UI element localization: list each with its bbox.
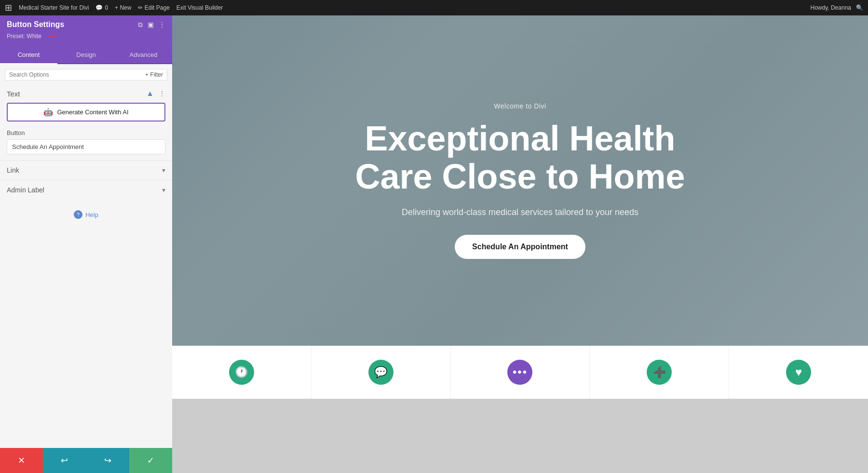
save-icon: ✓ [147,455,154,466]
ai-icon: 🤖 [43,108,53,117]
admin-label-label: Admin Label [7,186,44,194]
admin-search-icon[interactable]: 🔍 [856,4,863,11]
tab-design[interactable]: Design [57,46,115,64]
arrow-indicator: ← [49,30,60,42]
preset-label[interactable]: Preset: White [7,33,41,40]
icon-card-heart: ♥ [729,346,868,399]
admin-label-chevron-icon: ▾ [162,186,165,194]
hero-title-line1: Exceptional Health [365,119,675,158]
undo-button[interactable]: ↩ [43,448,86,473]
save-button[interactable]: ✓ [129,448,172,473]
admin-bar: ⊞ Medical Starter Site for Divi 💬 0 + Ne… [0,0,868,15]
plus-icon-circle: ➕ [647,360,672,385]
hero-welcome-text: Welcome to Divi [355,102,685,110]
tab-content[interactable]: Content [0,46,57,64]
wordpress-icon[interactable]: ⊞ [5,2,12,13]
comments-count: 0 [105,4,108,11]
edit-page-link[interactable]: ✏ Edit Page [138,4,169,11]
chat-icon-circle: 💬 [368,360,393,385]
text-collapse-icon[interactable]: ▲ [146,89,154,98]
link-chevron-icon: ▾ [162,166,165,174]
help-circle-icon: ? [74,210,82,219]
comments-icon: 💬 [95,4,103,11]
layout-icon[interactable]: ▣ [148,21,154,28]
link-section-label: Link [7,166,19,174]
icon-cards-row: 🕐 💬 ••• ➕ [172,346,868,399]
left-panel: Button Settings ⧉ ▣ ⋮ Preset: White ← Co… [0,15,172,473]
link-section[interactable]: Link ▾ [0,160,172,180]
panel-header: Button Settings ⧉ ▣ ⋮ Preset: White ← [0,15,172,46]
hero-subtitle: Delivering world-class medical services … [355,207,685,217]
clock-icon-circle: 🕐 [229,360,254,385]
cancel-icon: ✕ [18,455,25,466]
hero-section: Welcome to Divi Exceptional Health Care … [172,15,868,346]
exit-visual-builder-link[interactable]: Exit Visual Builder [176,4,223,11]
generate-ai-button[interactable]: 🤖 Generate Content With AI [7,103,165,122]
ai-button-label: Generate Content With AI [57,108,128,116]
more-options-icon[interactable]: ⋮ [159,21,165,28]
heart-icon: ♥ [795,365,802,379]
text-more-icon[interactable]: ⋮ [159,90,165,97]
hero-schedule-button[interactable]: Schedule An Appointment [455,235,585,259]
redo-icon: ↪ [104,455,111,466]
tab-advanced[interactable]: Advanced [115,46,172,64]
button-input-section: Button [0,129,172,160]
search-options-input[interactable] [9,71,142,78]
undo-icon: ↩ [61,455,68,466]
chat-icon: 💬 [374,366,387,378]
panel-tabs: Content Design Advanced [0,46,172,64]
heart-icon-circle: ♥ [786,360,811,385]
site-preview: Welcome to Divi Exceptional Health Care … [172,15,868,473]
plus-icon: ➕ [653,366,666,378]
help-section[interactable]: ? Help [0,203,172,226]
comments-link[interactable]: 💬 0 [95,4,108,11]
admin-label-section[interactable]: Admin Label ▾ [0,180,172,200]
more-dots-icon: ••• [513,365,528,379]
icon-card-clock: 🕐 [172,346,312,399]
button-field-label: Button [7,129,165,136]
help-label: Help [85,211,98,218]
filter-button[interactable]: + Filter [145,71,163,78]
site-name[interactable]: Medical Starter Site for Divi [19,4,89,11]
new-item-link[interactable]: + New [115,4,131,11]
search-bar: + Filter [5,69,167,81]
text-section-title: Text [7,90,20,98]
panel-title: Button Settings [7,20,64,29]
cancel-button[interactable]: ✕ [0,448,43,473]
copy-icon[interactable]: ⧉ [138,21,143,29]
icon-card-chat: 💬 [312,346,451,399]
hero-title: Exceptional Health Care Close to Home [355,120,685,196]
hero-title-line2: Care Close to Home [355,157,685,196]
icon-card-more: ••• [451,346,590,399]
redo-button[interactable]: ↪ [86,448,129,473]
button-text-input[interactable] [7,139,165,154]
clock-icon: 🕐 [235,366,248,378]
bottom-bar: ✕ ↩ ↪ ✓ [0,448,172,473]
more-icon-circle: ••• [507,360,532,385]
hero-content: Welcome to Divi Exceptional Health Care … [355,102,685,259]
icon-card-plus: ➕ [590,346,729,399]
text-section: Text ▲ ⋮ 🤖 Generate Content With AI [0,83,172,127]
text-section-header[interactable]: Text ▲ ⋮ [0,83,172,102]
howdy-label: Howdy, Deanna [811,4,852,11]
right-content: Welcome to Divi Exceptional Health Care … [172,15,868,473]
